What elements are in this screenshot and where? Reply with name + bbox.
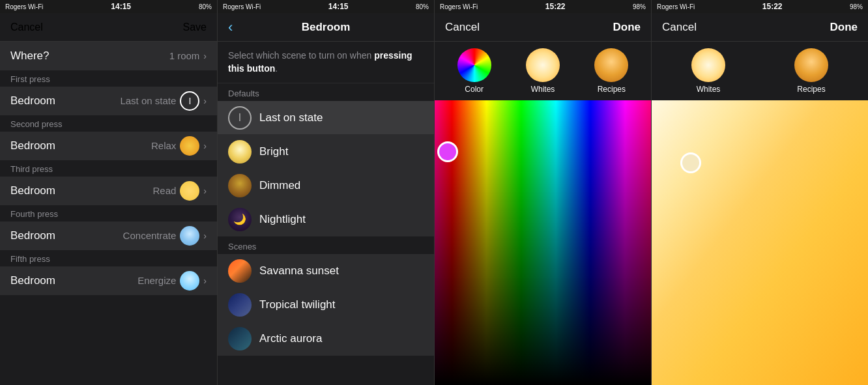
- second-press-row[interactable]: Bedroom Relax ›: [0, 132, 217, 160]
- whites-tab-label: Whites: [531, 85, 555, 94]
- color-picker-area[interactable]: [435, 100, 651, 385]
- whites-tab-label-2: Whites: [697, 85, 721, 94]
- scene-row-savanna[interactable]: Savanna sunset: [218, 254, 434, 288]
- fifth-press-row[interactable]: Bedroom Energize ›: [0, 266, 217, 295]
- first-press-row[interactable]: Bedroom Last on state ›: [0, 87, 217, 115]
- panel2-subtitle: Select which scene to turn on when press…: [218, 42, 434, 83]
- fifth-press-label: Fifth press: [0, 250, 217, 266]
- whites-cancel-button[interactable]: Cancel: [662, 21, 697, 34]
- scene-name-nightlight: Nightlight: [259, 213, 306, 226]
- recipes-tab-circle-2: [794, 48, 828, 82]
- third-press-chevron-icon: ›: [203, 186, 207, 196]
- whites-picker-area[interactable]: [652, 100, 868, 385]
- fourth-press-label: Fourth press: [0, 205, 217, 221]
- carrier-1: Rogers Wi-Fi: [5, 3, 43, 10]
- panel4-header: Cancel Done: [652, 13, 868, 42]
- panel-color-picker: Rogers Wi-Fi 15:22 98% Cancel Done Color…: [434, 0, 651, 385]
- fifth-press-chevron-icon: ›: [203, 276, 207, 286]
- scene-name-tropical: Tropical twilight: [259, 298, 336, 311]
- time-2: 14:15: [328, 2, 349, 11]
- whites-done-button[interactable]: Done: [830, 21, 858, 34]
- tab-whites-2[interactable]: Whites: [691, 48, 725, 94]
- status-bar-1: Rogers Wi-Fi 14:15 80%: [0, 0, 217, 13]
- recipes-tab-label-2: Recipes: [797, 85, 825, 94]
- time-1: 14:15: [111, 2, 131, 11]
- whites-tab-circle: [526, 48, 560, 82]
- defaults-section-label: Defaults: [218, 83, 434, 101]
- recipes-tab-circle: [594, 48, 628, 82]
- scene-row-nightlight[interactable]: Nightlight: [218, 203, 434, 236]
- color-gradient: [435, 100, 651, 385]
- recipes-tab-label: Recipes: [598, 85, 626, 94]
- scene-name-last-on-state: Last on state: [259, 111, 323, 124]
- where-label: Where?: [10, 50, 50, 63]
- second-press-label: Second press: [0, 115, 217, 132]
- color-selected-indicator: [437, 141, 458, 162]
- panel-whites-picker: Rogers Wi-Fi 15:22 98% Cancel Done White…: [651, 0, 868, 385]
- fifth-press-room: Bedroom: [10, 274, 55, 287]
- whites-tabs: Whites Recipes: [652, 42, 868, 100]
- color-cancel-button[interactable]: Cancel: [445, 21, 480, 34]
- fourth-press-row[interactable]: Bedroom Concentrate ›: [0, 221, 217, 250]
- panel2-title: Bedroom: [302, 21, 351, 34]
- concentrate-icon: [180, 226, 199, 246]
- read-icon: [180, 181, 199, 201]
- color-tab-label: Color: [465, 85, 484, 94]
- first-press-room: Bedroom: [10, 94, 55, 107]
- third-press-row[interactable]: Bedroom Read ›: [0, 177, 217, 205]
- scene-row-tropical[interactable]: Tropical twilight: [218, 288, 434, 322]
- fourth-press-room: Bedroom: [10, 229, 55, 242]
- third-press-scene: Read ›: [152, 181, 207, 201]
- fourth-press-chevron-icon: ›: [203, 231, 207, 241]
- press-settings-content: Where? 1 room › First press Bedroom Last…: [0, 42, 217, 385]
- save-button[interactable]: Save: [183, 21, 207, 33]
- third-press-room: Bedroom: [10, 184, 55, 197]
- energize-icon: [180, 271, 199, 291]
- carrier-2: Rogers Wi-Fi: [223, 3, 261, 10]
- savanna-thumbnail: [228, 259, 252, 283]
- tab-whites[interactable]: Whites: [526, 48, 560, 94]
- bright-scene-icon: [228, 140, 252, 164]
- time-3: 15:22: [545, 2, 566, 11]
- relax-icon: [180, 136, 199, 156]
- where-row[interactable]: Where? 1 room ›: [0, 42, 217, 70]
- tab-color[interactable]: Color: [457, 48, 491, 94]
- second-press-room: Bedroom: [10, 139, 55, 152]
- scene-name-bright: Bright: [259, 145, 288, 158]
- status-bar-4: Rogers Wi-Fi 15:22 98%: [652, 0, 868, 13]
- scene-name-arctic: Arctic aurora: [259, 332, 322, 345]
- cancel-button[interactable]: Cancel: [10, 21, 43, 33]
- scenes-section-label: Scenes: [218, 236, 434, 254]
- second-press-chevron-icon: ›: [203, 141, 207, 151]
- battery-2: 80%: [416, 3, 429, 10]
- back-button[interactable]: ‹: [228, 19, 233, 36]
- scene-row-dimmed[interactable]: Dimmed: [218, 169, 434, 203]
- arctic-thumbnail: [228, 327, 252, 350]
- first-press-label: First press: [0, 70, 217, 87]
- status-bar-3: Rogers Wi-Fi 15:22 98%: [435, 0, 651, 13]
- scene-row-arctic[interactable]: Arctic aurora: [218, 322, 434, 356]
- time-4: 15:22: [762, 2, 783, 11]
- fifth-press-scene: Energize ›: [137, 271, 207, 291]
- scene-name-dimmed: Dimmed: [259, 179, 300, 192]
- panel3-header: Cancel Done: [435, 13, 651, 42]
- where-value: 1 room ›: [169, 50, 207, 61]
- carrier-4: Rogers Wi-Fi: [657, 3, 695, 10]
- color-done-button[interactable]: Done: [613, 21, 641, 34]
- battery-1: 80%: [199, 3, 212, 10]
- second-press-scene: Relax ›: [151, 136, 207, 156]
- scene-row-bright[interactable]: Bright: [218, 135, 434, 169]
- whites-tab-circle-2: [691, 48, 725, 82]
- color-tab-circle: [457, 48, 491, 82]
- tab-recipes[interactable]: Recipes: [594, 48, 628, 94]
- tab-recipes-2[interactable]: Recipes: [794, 48, 828, 94]
- first-press-chevron-icon: ›: [203, 96, 207, 106]
- panel1-header: Cancel Save: [0, 13, 217, 42]
- panel-press-settings: Rogers Wi-Fi 14:15 80% Cancel Save Where…: [0, 0, 217, 385]
- tropical-thumbnail: [228, 293, 252, 317]
- fourth-press-scene: Concentrate ›: [123, 226, 207, 246]
- nightlight-scene-icon: [228, 208, 252, 231]
- first-press-scene: Last on state ›: [120, 91, 207, 111]
- scene-row-last-on-state[interactable]: Last on state: [218, 101, 434, 135]
- whites-selected-indicator: [680, 152, 701, 173]
